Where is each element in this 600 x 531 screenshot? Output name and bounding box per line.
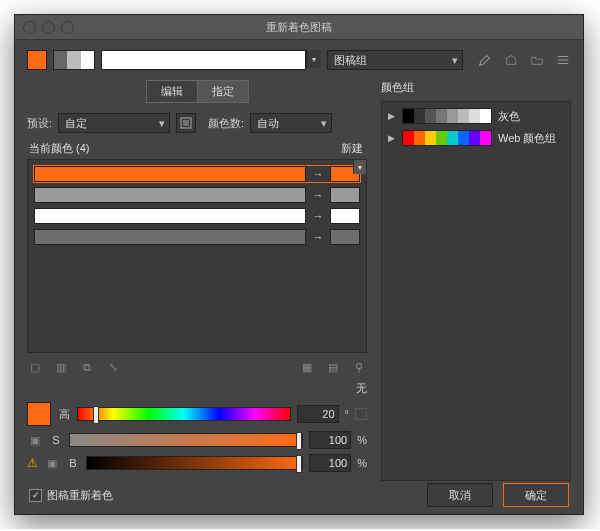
sat-slider[interactable] [69,433,303,447]
save-group-icon[interactable] [503,52,519,68]
gamut-warning-icon[interactable]: ⚠ [27,456,38,470]
sat-value[interactable]: 100 [309,431,351,449]
source-color-bar[interactable] [34,166,306,182]
color-groups-list: ▶灰色▶Web 颜色组 [381,101,571,481]
bri-unit: % [357,457,367,469]
merge-icon[interactable]: ⧉ [79,359,95,375]
minimize-window-icon[interactable] [42,21,55,34]
recolor-artwork-dialog: 重新着色图稿 ▾ 图稿组 编辑 [14,14,584,515]
dest-color-swatch[interactable] [330,229,360,245]
single-column-icon[interactable]: ▢ [27,359,43,375]
arrow-icon: → [312,168,324,180]
eyedropper-icon[interactable] [477,52,493,68]
color-count-label: 颜色数: [208,116,244,131]
bri-slider[interactable] [86,456,303,470]
exclude-icon[interactable]: ▤ [325,359,341,375]
disclosure-triangle-icon[interactable]: ▶ [388,133,396,143]
source-color-bar[interactable] [34,229,306,245]
color-group-row[interactable]: ▶Web 颜色组 [388,130,564,146]
group-menu-button[interactable]: ▾ [306,50,321,68]
tab-assign[interactable]: 指定 [198,80,249,103]
cube-icon[interactable]: ▣ [27,432,43,448]
hue-slider[interactable] [77,407,291,421]
arrow-icon: → [312,231,324,243]
top-toolbar: ▾ 图稿组 [27,50,571,70]
recolor-artwork-checkbox[interactable]: ✓ [29,489,42,502]
preset-label: 预设: [27,116,52,131]
active-color-swatch[interactable] [27,50,47,70]
hue-unit: ° [345,408,349,420]
color-count-select[interactable]: 自动 [250,113,332,133]
hue-label: 高 [57,407,71,422]
color-mapping-list: ▾ →→→→ [27,159,367,353]
current-colors-label: 当前颜色 (4) [29,141,90,156]
titlebar[interactable]: 重新着色图稿 [15,15,583,40]
group-swatch-strip [402,130,492,146]
source-color-bar[interactable] [34,208,306,224]
dest-color-swatch[interactable] [330,208,360,224]
mode-tabs: 编辑 指定 [27,80,367,103]
bri-value[interactable]: 100 [309,454,351,472]
new-row-icon[interactable]: ▦ [299,359,315,375]
separate-icon[interactable]: ⤡ [105,359,121,375]
new-column-label: 新建 [341,141,363,156]
tab-edit[interactable]: 编辑 [146,80,198,103]
recolor-artwork-label: 图稿重新着色 [47,488,113,503]
preset-options-button[interactable] [176,113,196,133]
edited-color-swatch[interactable] [27,402,51,426]
zoom-window-icon[interactable] [61,21,74,34]
dest-color-swatch[interactable] [330,187,360,203]
swap-icon[interactable] [355,408,367,420]
artwork-group-select[interactable]: 图稿组 [327,50,463,70]
source-color-bar[interactable] [34,187,306,203]
bri-label: B [66,457,80,469]
cube2-icon[interactable]: ▣ [44,455,60,471]
find-icon[interactable]: ⚲ [351,359,367,375]
options-icon[interactable] [555,52,571,68]
cancel-button[interactable]: 取消 [427,483,493,507]
color-group-row[interactable]: ▶灰色 [388,108,564,124]
group-color-strip[interactable] [53,50,95,70]
color-row[interactable]: → [34,229,360,245]
close-window-icon[interactable] [23,21,36,34]
group-name-field[interactable] [101,50,306,70]
none-label: 无 [356,381,367,396]
arrow-icon: → [312,189,324,201]
dialog-title: 重新着色图稿 [15,15,583,39]
group-name: Web 颜色组 [498,131,556,146]
hsb-panel: 高 20 ° ▣ S 100 % ⚠ ▣ [27,402,367,477]
hue-value[interactable]: 20 [297,405,339,423]
group-swatch-strip [402,108,492,124]
sat-unit: % [357,434,367,446]
dialog-footer: ✓ 图稿重新着色 取消 确定 [15,476,583,514]
ok-button[interactable]: 确定 [503,483,569,507]
preset-select[interactable]: 自定 [58,113,170,133]
group-name: 灰色 [498,109,520,124]
color-row[interactable]: → [34,166,360,182]
disclosure-triangle-icon[interactable]: ▶ [388,111,396,121]
color-row[interactable]: → [34,208,360,224]
color-row[interactable]: → [34,187,360,203]
arrow-icon: → [312,210,324,222]
folder-icon[interactable] [529,52,545,68]
sat-label: S [49,434,63,446]
multi-column-icon[interactable]: ▥ [53,359,69,375]
color-groups-header: 颜色组 [381,80,571,95]
window-controls[interactable] [23,21,74,34]
list-tools: ▢ ▥ ⧉ ⤡ ▦ ▤ ⚲ [27,359,367,375]
list-header-menu[interactable]: ▾ [353,160,366,174]
